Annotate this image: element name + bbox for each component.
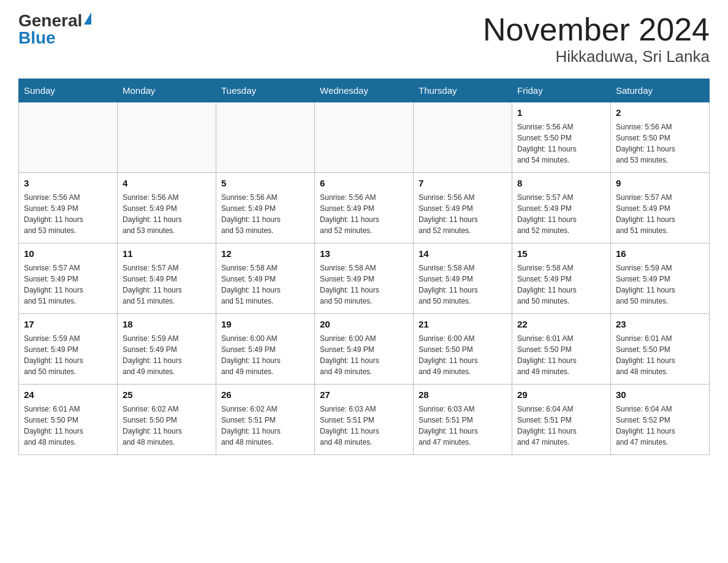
calendar-cell: 9Sunrise: 5:57 AMSunset: 5:49 PMDaylight… (611, 173, 710, 243)
day-info: Sunrise: 6:00 AMSunset: 5:50 PMDaylight:… (419, 333, 507, 377)
logo: General Blue (18, 12, 91, 47)
day-number: 29 (517, 388, 605, 402)
calendar-cell: 15Sunrise: 5:58 AMSunset: 5:49 PMDayligh… (512, 243, 611, 314)
calendar-cell: 25Sunrise: 6:02 AMSunset: 5:50 PMDayligh… (118, 385, 216, 455)
day-number: 12 (221, 247, 309, 261)
week-row-1: 1Sunrise: 5:56 AMSunset: 5:50 PMDaylight… (19, 102, 710, 173)
day-info: Sunrise: 5:59 AMSunset: 5:49 PMDaylight:… (616, 262, 704, 307)
day-number: 8 (517, 177, 605, 191)
day-number: 28 (419, 388, 507, 402)
day-info: Sunrise: 5:56 AMSunset: 5:50 PMDaylight:… (517, 121, 605, 166)
calendar-cell (118, 102, 216, 173)
day-number: 2 (616, 106, 704, 120)
day-number: 7 (419, 177, 507, 191)
calendar-cell: 11Sunrise: 5:57 AMSunset: 5:49 PMDayligh… (118, 243, 216, 314)
week-row-4: 17Sunrise: 5:59 AMSunset: 5:49 PMDayligh… (19, 314, 710, 385)
day-number: 22 (517, 318, 605, 332)
day-number: 14 (419, 247, 507, 261)
calendar-cell: 13Sunrise: 5:58 AMSunset: 5:49 PMDayligh… (315, 243, 414, 314)
day-info: Sunrise: 5:56 AMSunset: 5:49 PMDaylight:… (123, 192, 211, 236)
calendar-cell: 7Sunrise: 5:56 AMSunset: 5:49 PMDaylight… (414, 173, 512, 243)
day-info: Sunrise: 6:02 AMSunset: 5:50 PMDaylight:… (123, 404, 211, 448)
day-number: 13 (320, 247, 408, 261)
calendar-cell: 1Sunrise: 5:56 AMSunset: 5:50 PMDaylight… (512, 102, 611, 173)
calendar-cell: 6Sunrise: 5:56 AMSunset: 5:49 PMDaylight… (315, 173, 414, 243)
calendar-cell: 30Sunrise: 6:04 AMSunset: 5:52 PMDayligh… (611, 385, 710, 455)
day-info: Sunrise: 5:58 AMSunset: 5:49 PMDaylight:… (221, 262, 309, 307)
day-info: Sunrise: 5:57 AMSunset: 5:49 PMDaylight:… (517, 192, 605, 236)
day-number: 17 (24, 318, 112, 332)
month-title: November 2024 (483, 12, 710, 47)
day-number: 23 (616, 318, 704, 332)
calendar-cell: 16Sunrise: 5:59 AMSunset: 5:49 PMDayligh… (611, 243, 710, 314)
logo-triangle-icon (84, 12, 91, 25)
week-row-3: 10Sunrise: 5:57 AMSunset: 5:49 PMDayligh… (19, 243, 710, 314)
day-number: 5 (221, 177, 309, 191)
day-number: 11 (123, 247, 211, 261)
calendar-cell: 8Sunrise: 5:57 AMSunset: 5:49 PMDaylight… (512, 173, 611, 243)
day-number: 3 (24, 177, 112, 191)
calendar-cell (315, 102, 414, 173)
day-info: Sunrise: 5:58 AMSunset: 5:49 PMDaylight:… (320, 262, 408, 307)
day-number: 30 (616, 388, 704, 402)
calendar-cell: 10Sunrise: 5:57 AMSunset: 5:49 PMDayligh… (19, 243, 118, 314)
day-info: Sunrise: 6:03 AMSunset: 5:51 PMDaylight:… (419, 404, 507, 448)
day-header-wednesday: Wednesday (315, 79, 414, 102)
day-number: 10 (24, 247, 112, 261)
calendar-cell (216, 102, 315, 173)
day-info: Sunrise: 5:56 AMSunset: 5:50 PMDaylight:… (616, 121, 704, 166)
day-info: Sunrise: 5:57 AMSunset: 5:49 PMDaylight:… (616, 192, 704, 236)
calendar-table: SundayMondayTuesdayWednesdayThursdayFrid… (18, 79, 710, 455)
day-number: 19 (221, 318, 309, 332)
day-number: 16 (616, 247, 704, 261)
day-info: Sunrise: 6:03 AMSunset: 5:51 PMDaylight:… (320, 404, 408, 448)
calendar-cell: 23Sunrise: 6:01 AMSunset: 5:50 PMDayligh… (611, 314, 710, 385)
calendar-cell: 18Sunrise: 5:59 AMSunset: 5:49 PMDayligh… (118, 314, 216, 385)
calendar-cell (19, 102, 118, 173)
day-header-friday: Friday (512, 79, 611, 102)
day-info: Sunrise: 6:01 AMSunset: 5:50 PMDaylight:… (616, 333, 704, 377)
day-header-monday: Monday (118, 79, 216, 102)
calendar-cell: 12Sunrise: 5:58 AMSunset: 5:49 PMDayligh… (216, 243, 315, 314)
calendar-cell: 22Sunrise: 6:01 AMSunset: 5:50 PMDayligh… (512, 314, 611, 385)
day-number: 26 (221, 388, 309, 402)
day-number: 20 (320, 318, 408, 332)
title-area: November 2024 Hikkaduwa, Sri Lanka (483, 12, 710, 66)
day-info: Sunrise: 5:56 AMSunset: 5:49 PMDaylight:… (320, 192, 408, 236)
day-info: Sunrise: 5:56 AMSunset: 5:49 PMDaylight:… (419, 192, 507, 236)
day-info: Sunrise: 6:04 AMSunset: 5:51 PMDaylight:… (517, 404, 605, 448)
calendar-cell: 19Sunrise: 6:00 AMSunset: 5:49 PMDayligh… (216, 314, 315, 385)
calendar-cell: 26Sunrise: 6:02 AMSunset: 5:51 PMDayligh… (216, 385, 315, 455)
day-number: 4 (123, 177, 211, 191)
day-info: Sunrise: 5:58 AMSunset: 5:49 PMDaylight:… (419, 262, 507, 307)
day-header-saturday: Saturday (611, 79, 710, 102)
logo-blue-text: Blue (18, 29, 56, 47)
day-header-thursday: Thursday (414, 79, 512, 102)
calendar-cell: 17Sunrise: 5:59 AMSunset: 5:49 PMDayligh… (19, 314, 118, 385)
day-info: Sunrise: 6:02 AMSunset: 5:51 PMDaylight:… (221, 404, 309, 448)
calendar-cell: 2Sunrise: 5:56 AMSunset: 5:50 PMDaylight… (611, 102, 710, 173)
week-row-2: 3Sunrise: 5:56 AMSunset: 5:49 PMDaylight… (19, 173, 710, 243)
day-info: Sunrise: 6:01 AMSunset: 5:50 PMDaylight:… (24, 404, 112, 448)
day-info: Sunrise: 5:57 AMSunset: 5:49 PMDaylight:… (123, 262, 211, 307)
day-number: 21 (419, 318, 507, 332)
day-info: Sunrise: 6:01 AMSunset: 5:50 PMDaylight:… (517, 333, 605, 377)
day-number: 25 (123, 388, 211, 402)
day-info: Sunrise: 6:00 AMSunset: 5:49 PMDaylight:… (320, 333, 408, 377)
day-header-sunday: Sunday (19, 79, 118, 102)
calendar-cell: 21Sunrise: 6:00 AMSunset: 5:50 PMDayligh… (414, 314, 512, 385)
day-info: Sunrise: 5:59 AMSunset: 5:49 PMDaylight:… (24, 333, 112, 377)
day-header-tuesday: Tuesday (216, 79, 315, 102)
day-number: 18 (123, 318, 211, 332)
week-row-5: 24Sunrise: 6:01 AMSunset: 5:50 PMDayligh… (19, 385, 710, 455)
calendar-cell: 29Sunrise: 6:04 AMSunset: 5:51 PMDayligh… (512, 385, 611, 455)
header: General Blue November 2024 Hikkaduwa, Sr… (18, 12, 710, 66)
day-info: Sunrise: 5:56 AMSunset: 5:49 PMDaylight:… (24, 192, 112, 236)
day-number: 15 (517, 247, 605, 261)
calendar-cell: 24Sunrise: 6:01 AMSunset: 5:50 PMDayligh… (19, 385, 118, 455)
day-info: Sunrise: 5:58 AMSunset: 5:49 PMDaylight:… (517, 262, 605, 307)
day-info: Sunrise: 5:56 AMSunset: 5:49 PMDaylight:… (221, 192, 309, 236)
logo-general-text: General (18, 12, 82, 29)
calendar-cell: 5Sunrise: 5:56 AMSunset: 5:49 PMDaylight… (216, 173, 315, 243)
calendar-cell: 20Sunrise: 6:00 AMSunset: 5:49 PMDayligh… (315, 314, 414, 385)
